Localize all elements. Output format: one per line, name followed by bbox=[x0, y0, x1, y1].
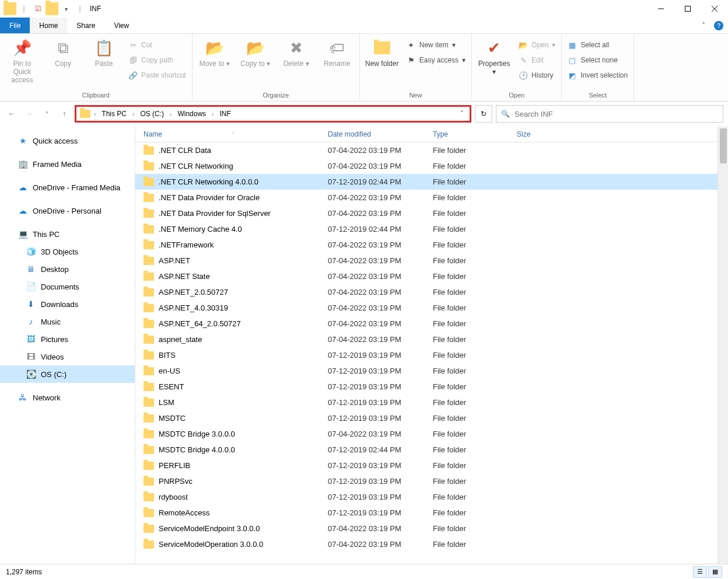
ribbon-collapse-icon[interactable]: ˄ bbox=[695, 18, 712, 33]
file-row[interactable]: MSDTC Bridge 3.0.0.007-04-2022 03:19 PMF… bbox=[135, 426, 718, 442]
file-row[interactable]: ASP.NET_4.0.3031907-04-2022 03:19 PMFile… bbox=[135, 300, 718, 316]
search-input[interactable] bbox=[514, 110, 718, 118]
col-date[interactable]: Date modified bbox=[328, 130, 433, 138]
tab-share[interactable]: Share bbox=[67, 18, 104, 33]
new-folder-button[interactable]: New folder bbox=[363, 36, 401, 68]
nav-downloads[interactable]: ⬇Downloads bbox=[0, 295, 135, 313]
paste-button[interactable]: 📋 Paste bbox=[85, 36, 123, 68]
file-row[interactable]: ASP.NET_64_2.0.5072707-04-2022 03:19 PMF… bbox=[135, 316, 718, 332]
breadcrumb-inf[interactable]: INF bbox=[217, 109, 233, 119]
file-row[interactable]: ESENT07-12-2019 03:19 PMFile folder bbox=[135, 379, 718, 395]
details-view-button[interactable]: ☰ bbox=[693, 566, 707, 578]
file-list[interactable]: .NET CLR Data07-04-2022 03:19 PMFile fol… bbox=[135, 142, 718, 564]
nav-network[interactable]: 🖧Network bbox=[0, 389, 135, 406]
pin-to-quick-access-button[interactable]: 📌 Pin to Quick access bbox=[4, 36, 41, 84]
back-button[interactable]: ← bbox=[5, 107, 19, 121]
forward-button[interactable]: → bbox=[22, 107, 36, 121]
nav-onedrive-personal[interactable]: ☁OneDrive - Personal bbox=[0, 202, 135, 219]
nav-music[interactable]: ♪Music bbox=[0, 313, 135, 330]
address-bar[interactable]: › This PC › OS (C:) › Windows › INF ˅ bbox=[75, 105, 471, 123]
nav-osc[interactable]: 💽OS (C:) bbox=[0, 365, 135, 383]
navigation-pane[interactable]: ★Quick access 🏢Framed Media ☁OneDrive - … bbox=[0, 126, 135, 564]
file-row[interactable]: ASP.NET07-04-2022 03:19 PMFile folder bbox=[135, 253, 718, 268]
file-row[interactable]: .NET Data Provider for SqlServer07-04-20… bbox=[135, 205, 718, 221]
search-box[interactable]: 🔍 bbox=[496, 105, 723, 123]
file-row[interactable]: .NET CLR Networking 4.0.0.007-12-2019 02… bbox=[135, 174, 718, 190]
maximize-button[interactable] bbox=[674, 0, 701, 18]
move-to-button[interactable]: 📂Move to ▾ bbox=[196, 36, 233, 68]
open-button[interactable]: 📂Open ▾ bbox=[516, 39, 558, 51]
file-row[interactable]: BITS07-12-2019 03:19 PMFile folder bbox=[135, 347, 718, 363]
nav-desktop[interactable]: 🖥Desktop bbox=[0, 260, 135, 278]
nav-framed-media[interactable]: 🏢Framed Media bbox=[0, 155, 135, 173]
file-row[interactable]: .NETFramework07-04-2022 03:19 PMFile fol… bbox=[135, 237, 718, 253]
file-row[interactable]: .NET CLR Data07-04-2022 03:19 PMFile fol… bbox=[135, 142, 718, 158]
nav-this-pc[interactable]: 💻This PC bbox=[0, 225, 135, 243]
minimize-button[interactable] bbox=[648, 0, 674, 18]
chevron-right-icon[interactable]: › bbox=[93, 111, 97, 117]
help-icon[interactable]: ? bbox=[714, 21, 723, 30]
file-row[interactable]: .NET CLR Networking07-04-2022 03:19 PMFi… bbox=[135, 158, 718, 174]
file-row[interactable]: en-US07-12-2019 03:19 PMFile folder bbox=[135, 363, 718, 379]
history-button[interactable]: 🕑History bbox=[516, 69, 558, 82]
qat-dropdown-icon[interactable]: ▾ bbox=[60, 2, 72, 15]
breadcrumb-windows[interactable]: Windows bbox=[175, 109, 208, 119]
chevron-right-icon[interactable]: › bbox=[169, 111, 173, 117]
properties-button[interactable]: ✔Properties ▾ bbox=[475, 36, 513, 76]
select-all-button[interactable]: ▦Select all bbox=[565, 39, 630, 51]
address-dropdown-icon[interactable]: ˅ bbox=[458, 110, 466, 118]
file-row[interactable]: .NET Data Provider for Oracle07-04-2022 … bbox=[135, 190, 718, 205]
rename-button[interactable]: 🏷Rename bbox=[318, 36, 356, 68]
file-row[interactable]: RemoteAccess07-12-2019 03:19 PMFile fold… bbox=[135, 505, 718, 521]
copy-path-button[interactable]: 🗐Copy path bbox=[126, 54, 188, 67]
select-none-button[interactable]: ▢Select none bbox=[565, 54, 630, 67]
qat-properties-icon[interactable]: ☑ bbox=[32, 2, 44, 15]
thumbnails-view-button[interactable]: ▦ bbox=[708, 566, 722, 578]
file-row[interactable]: LSM07-12-2019 03:19 PMFile folder bbox=[135, 395, 718, 410]
file-row[interactable]: ServiceModelEndpoint 3.0.0.007-04-2022 0… bbox=[135, 521, 718, 536]
recent-locations-button[interactable]: ˅ bbox=[40, 107, 54, 121]
file-row[interactable]: ASP.NET State07-04-2022 03:19 PMFile fol… bbox=[135, 268, 718, 284]
copy-button[interactable]: ⧉ Copy bbox=[44, 36, 82, 68]
col-size[interactable]: Size bbox=[517, 130, 718, 138]
file-row[interactable]: PNRPSvc07-12-2019 03:19 PMFile folder bbox=[135, 473, 718, 489]
file-row[interactable]: aspnet_state07-04-2022 03:19 PMFile fold… bbox=[135, 332, 718, 347]
nav-videos[interactable]: 🎞Videos bbox=[0, 348, 135, 365]
nav-onedrive-framed[interactable]: ☁OneDrive - Framed Media bbox=[0, 179, 135, 196]
file-row[interactable]: MSDTC Bridge 4.0.0.007-12-2019 02:44 PMF… bbox=[135, 442, 718, 458]
navigation-row: ← → ˅ ↑ › This PC › OS (C:) › Windows › … bbox=[0, 102, 728, 126]
file-row[interactable]: MSDTC07-12-2019 03:19 PMFile folder bbox=[135, 410, 718, 426]
delete-button[interactable]: ✖Delete ▾ bbox=[278, 36, 315, 68]
new-item-button[interactable]: ✦New item ▾ bbox=[404, 39, 468, 51]
file-row[interactable]: ASP.NET_2.0.5072707-04-2022 03:19 PMFile… bbox=[135, 284, 718, 300]
tab-file[interactable]: File bbox=[0, 18, 30, 33]
breadcrumb-osc[interactable]: OS (C:) bbox=[138, 109, 166, 119]
col-type[interactable]: Type bbox=[433, 130, 517, 138]
chevron-right-icon[interactable]: › bbox=[131, 111, 135, 117]
file-row[interactable]: ServiceModelOperation 3.0.0.007-04-2022 … bbox=[135, 536, 718, 552]
file-row[interactable]: .NET Memory Cache 4.007-12-2019 02:44 PM… bbox=[135, 221, 718, 237]
edit-button[interactable]: ✎Edit bbox=[516, 54, 558, 67]
breadcrumb-this-pc[interactable]: This PC bbox=[99, 109, 129, 119]
close-button[interactable] bbox=[701, 0, 728, 18]
col-name[interactable]: Nameˆ bbox=[144, 130, 328, 138]
up-button[interactable]: ↑ bbox=[57, 107, 71, 121]
nav-quick-access[interactable]: ★Quick access bbox=[0, 132, 135, 149]
file-date: 07-12-2019 03:19 PM bbox=[328, 351, 433, 360]
copy-to-button[interactable]: 📂Copy to ▾ bbox=[237, 36, 274, 68]
file-row[interactable]: rdyboost07-12-2019 03:19 PMFile folder bbox=[135, 489, 718, 505]
vertical-scrollbar[interactable] bbox=[718, 126, 728, 564]
refresh-button[interactable]: ↻ bbox=[475, 105, 492, 123]
nav-pictures[interactable]: 🖼Pictures bbox=[0, 330, 135, 348]
nav-3d-objects[interactable]: 🧊3D Objects bbox=[0, 243, 135, 260]
nav-documents[interactable]: 📄Documents bbox=[0, 278, 135, 295]
chevron-right-icon[interactable]: › bbox=[211, 111, 215, 117]
scrollbar-thumb[interactable] bbox=[720, 128, 727, 163]
cut-button[interactable]: ✂Cut bbox=[126, 39, 188, 51]
easy-access-button[interactable]: ⚑Easy access ▾ bbox=[404, 54, 468, 67]
paste-shortcut-button[interactable]: 🔗Paste shortcut bbox=[126, 69, 188, 82]
tab-home[interactable]: Home bbox=[30, 18, 67, 33]
invert-selection-button[interactable]: ◩Invert selection bbox=[565, 69, 630, 82]
file-row[interactable]: PERFLIB07-12-2019 03:19 PMFile folder bbox=[135, 458, 718, 473]
tab-view[interactable]: View bbox=[104, 18, 138, 33]
